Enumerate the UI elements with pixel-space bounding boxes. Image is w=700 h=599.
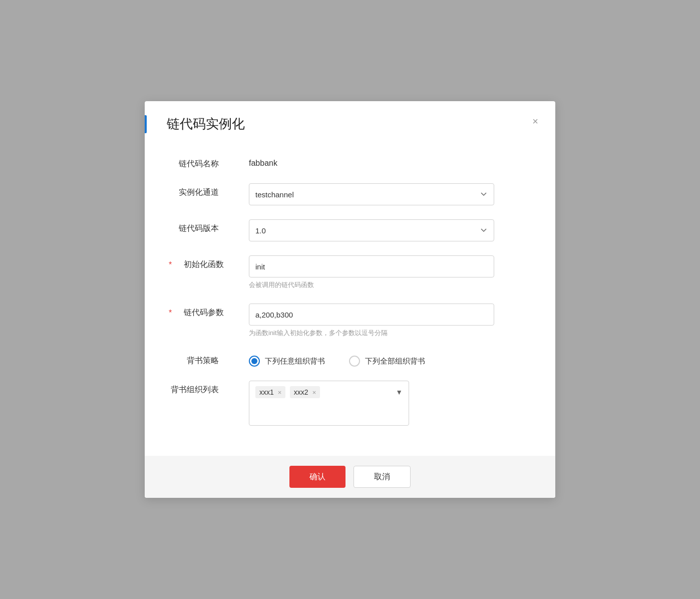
endorsement-radio1[interactable] xyxy=(249,356,260,367)
channel-label: 实例化通道 xyxy=(169,187,219,198)
chaincode-name-value-wrapper: fabbank xyxy=(249,155,531,168)
version-control: 1.0 1.1 2.0 xyxy=(249,219,531,241)
org-tag-xxx1: xxx1 × xyxy=(255,386,285,398)
chaincode-name-row: 链代码名称 fabbank xyxy=(169,155,531,169)
init-func-input[interactable] xyxy=(249,255,494,277)
chaincode-name-label-wrapper: 链代码名称 xyxy=(169,155,249,169)
dialog-body: 链代码名称 fabbank 实例化通道 testchannel channel1… xyxy=(145,143,555,456)
org-list-label: 背书组织列表 xyxy=(169,385,219,395)
init-func-label: 初始化函数 xyxy=(174,259,224,270)
dialog-title-bar xyxy=(145,115,147,133)
init-func-row: * 初始化函数 会被调用的链代码函数 xyxy=(169,255,531,289)
endorsement-control: 下列任意组织背书 下列全部组织背书 xyxy=(249,352,531,367)
endorsement-option1-label: 下列任意组织背书 xyxy=(265,357,325,366)
init-func-control: 会被调用的链代码函数 xyxy=(249,255,531,289)
endorsement-option2-item[interactable]: 下列全部组织背书 xyxy=(349,356,425,367)
endorsement-option2-label: 下列全部组织背书 xyxy=(365,357,425,366)
version-label: 链代码版本 xyxy=(169,223,219,234)
channel-row: 实例化通道 testchannel channel1 channel2 xyxy=(169,183,531,205)
dialog-title: 链代码实例化 xyxy=(167,115,245,133)
init-func-label-wrapper: * 初始化函数 xyxy=(169,255,249,270)
channel-label-wrapper: 实例化通道 xyxy=(169,183,249,198)
chaincode-param-control: 为函数init输入初始化参数，多个参数以逗号分隔 xyxy=(249,304,531,338)
endorsement-option1-item[interactable]: 下列任意组织背书 xyxy=(249,356,325,367)
confirm-button[interactable]: 确认 xyxy=(289,466,345,488)
version-label-wrapper: 链代码版本 xyxy=(169,219,249,234)
chaincode-param-hint: 为函数init输入初始化参数，多个参数以逗号分隔 xyxy=(249,329,531,338)
chaincode-param-label-wrapper: * 链代码参数 xyxy=(169,304,249,318)
chaincode-param-input[interactable] xyxy=(249,304,494,326)
org-tag-xxx2: xxx2 × xyxy=(290,386,320,398)
org-list-label-wrapper: 背书组织列表 xyxy=(169,381,249,395)
init-func-hint: 会被调用的链代码函数 xyxy=(249,280,531,289)
channel-control: testchannel channel1 channel2 xyxy=(249,183,531,205)
org-tag-xxx2-label: xxx2 xyxy=(294,388,308,396)
version-row: 链代码版本 1.0 1.1 2.0 xyxy=(169,219,531,241)
endorsement-row: 背书策略 下列任意组织背书 下列全部组织背书 xyxy=(169,352,531,367)
close-button[interactable]: × xyxy=(527,113,543,129)
endorsement-radio-group: 下列任意组织背书 下列全部组织背书 xyxy=(249,352,531,367)
dialog-overlay: 链代码实例化 × 链代码名称 fabbank 实例化通道 xyxy=(0,0,700,599)
chaincode-param-required-star: * xyxy=(169,309,172,318)
org-tag-xxx2-close[interactable]: × xyxy=(312,389,316,396)
dialog-header: 链代码实例化 × xyxy=(145,101,555,143)
dialog-footer: 确认 取消 xyxy=(145,456,555,498)
channel-select[interactable]: testchannel channel1 channel2 xyxy=(249,183,494,205)
org-multiselect[interactable]: xxx1 × xxx2 × ▼ xyxy=(249,381,409,426)
version-select[interactable]: 1.0 1.1 2.0 xyxy=(249,219,494,241)
org-list-row: 背书组织列表 xxx1 × xxx2 × ▼ xyxy=(169,381,531,426)
org-tag-xxx1-label: xxx1 xyxy=(259,388,274,396)
cancel-button[interactable]: 取消 xyxy=(354,466,411,488)
chaincode-name-label: 链代码名称 xyxy=(169,159,219,169)
org-tag-xxx1-close[interactable]: × xyxy=(278,389,282,396)
chaincode-param-label: 链代码参数 xyxy=(174,308,224,318)
org-list-control: xxx1 × xxx2 × ▼ xyxy=(249,381,531,426)
chaincode-name-value: fabbank xyxy=(249,155,531,168)
multiselect-arrow-icon: ▼ xyxy=(396,388,403,396)
init-func-required-star: * xyxy=(169,260,172,269)
endorsement-label-wrapper: 背书策略 xyxy=(169,352,249,366)
chaincode-param-row: * 链代码参数 为函数init输入初始化参数，多个参数以逗号分隔 xyxy=(169,304,531,338)
dialog: 链代码实例化 × 链代码名称 fabbank 实例化通道 xyxy=(145,101,555,498)
endorsement-label: 背书策略 xyxy=(169,356,219,366)
endorsement-radio2[interactable] xyxy=(349,356,360,367)
